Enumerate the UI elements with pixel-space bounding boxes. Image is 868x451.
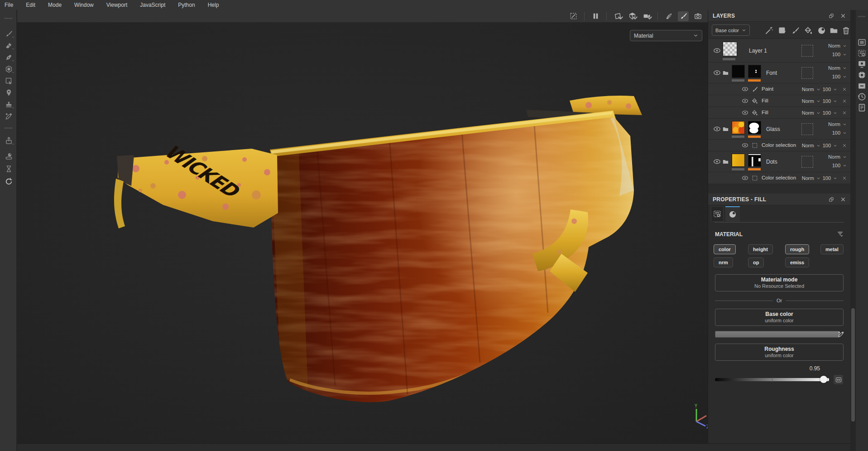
fill-tool-button[interactable]: [3, 52, 14, 63]
blend-mode-dropdown[interactable]: Norm: [817, 120, 847, 129]
base-color-swatch[interactable]: [715, 331, 840, 338]
menu-file[interactable]: File: [0, 0, 19, 10]
select-tool-button[interactable]: [3, 75, 14, 86]
wand-icon[interactable]: [765, 26, 773, 35]
mask-thumbnail[interactable]: [748, 154, 761, 167]
layer-mask-slot[interactable]: [801, 156, 813, 168]
roughness-slider-handle[interactable]: [820, 376, 827, 383]
export-button[interactable]: [3, 135, 14, 146]
layer-mask-slot[interactable]: [801, 123, 813, 135]
screenshot-icon[interactable]: [692, 11, 703, 21]
material-mode-button[interactable]: Material mode No Resource Selected: [715, 274, 844, 291]
delete-sublayer-icon[interactable]: [842, 176, 847, 180]
channel-rough-button[interactable]: rough: [785, 244, 809, 254]
layer-name[interactable]: Fill: [762, 98, 768, 103]
sync-button[interactable]: [3, 176, 14, 187]
opacity-dropdown[interactable]: 100: [823, 143, 831, 148]
blend-mode-dropdown[interactable]: Norm: [802, 110, 814, 116]
layer-thumbnail[interactable]: [732, 154, 745, 167]
roughness-slider[interactable]: [715, 378, 829, 381]
picker-tool-button[interactable]: [3, 111, 14, 121]
layer-mask-slot[interactable]: [801, 67, 813, 79]
opacity-dropdown[interactable]: 100: [823, 110, 831, 116]
filter-menu-icon[interactable]: [837, 230, 844, 237]
layer-row-fill-1[interactable]: Fill Norm 100: [708, 95, 850, 107]
blend-mode-dropdown[interactable]: Norm: [802, 98, 814, 104]
layer-name[interactable]: Color selection: [762, 175, 796, 180]
roughness-button[interactable]: Roughness uniform color: [715, 344, 844, 361]
stamp-tool-button[interactable]: [3, 99, 14, 110]
decal-tool-button[interactable]: [3, 63, 14, 74]
blend-mode-dropdown[interactable]: Norm: [802, 87, 814, 92]
new-paint-layer-icon[interactable]: [791, 26, 800, 35]
new-material-icon[interactable]: [817, 26, 826, 35]
layer-row-layer1[interactable]: Layer 1 Norm 100: [708, 39, 850, 63]
properties-tab-icon[interactable]: [858, 49, 866, 58]
opacity-dropdown[interactable]: 100: [823, 175, 831, 181]
menu-edit[interactable]: Edit: [19, 0, 42, 10]
delete-layer-icon[interactable]: [842, 26, 850, 35]
replace-layer-icon[interactable]: [778, 26, 786, 35]
toolbar-section-handle-icon[interactable]: [4, 127, 13, 129]
menu-python[interactable]: Python: [172, 0, 201, 10]
strip-drag-handle-icon[interactable]: [858, 15, 866, 18]
opacity-dropdown[interactable]: 100: [817, 50, 847, 59]
mask-thumbnail[interactable]: [748, 121, 761, 134]
menu-javascript[interactable]: JavaScript: [134, 0, 172, 10]
layer-mask-slot[interactable]: [801, 45, 813, 57]
layer-row-dots[interactable]: Dots Norm 100: [708, 151, 850, 172]
eraser-tool-button[interactable]: [3, 40, 14, 51]
channel-color-button[interactable]: color: [714, 244, 736, 254]
new-folder-icon[interactable]: [830, 26, 838, 35]
visibility-eye-icon[interactable]: [742, 109, 748, 116]
brush-tool-button[interactable]: [3, 28, 14, 39]
layer-name[interactable]: Color selection: [762, 142, 796, 148]
layer-name[interactable]: Fill: [762, 110, 768, 115]
visibility-eye-icon[interactable]: [742, 175, 748, 181]
opacity-dropdown[interactable]: 100: [817, 161, 847, 170]
restore-window-icon[interactable]: [829, 13, 834, 19]
layer-row-color-selection-2[interactable]: Color selection Norm 100: [708, 172, 850, 184]
layer-name[interactable]: Layer 1: [749, 48, 767, 54]
layer-name[interactable]: Font: [766, 70, 777, 76]
notes-tab-icon[interactable]: [858, 103, 866, 112]
clone-tool-button[interactable]: [3, 87, 14, 98]
axis-gizmo[interactable]: Y X Z: [688, 403, 708, 429]
layer-name[interactable]: Glass: [766, 126, 780, 132]
folder-icon[interactable]: [722, 126, 729, 132]
layer-thumbnail[interactable]: [723, 42, 737, 56]
folder-icon[interactable]: [722, 70, 729, 76]
plane-view-icon[interactable]: [612, 11, 623, 21]
layer-row-fill-2[interactable]: Fill Norm 100: [708, 107, 850, 119]
scrollbar-thumb[interactable]: [851, 308, 855, 422]
menu-window[interactable]: Window: [68, 0, 100, 10]
blend-mode-dropdown[interactable]: Norm: [802, 175, 814, 181]
camera-view-icon[interactable]: [641, 11, 652, 21]
visibility-eye-icon[interactable]: [713, 69, 721, 77]
assets-tab-icon[interactable]: [858, 82, 866, 90]
deselect-icon[interactable]: [568, 11, 579, 21]
layer-row-color-selection-1[interactable]: Color selection Norm 100: [708, 140, 850, 151]
viewport-settings-tab-icon[interactable]: [858, 60, 866, 68]
hourglass-button[interactable]: [3, 163, 14, 174]
delete-sublayer-icon[interactable]: [842, 111, 847, 115]
cube-view-icon[interactable]: [627, 11, 638, 21]
channel-emiss-button[interactable]: emiss: [785, 257, 809, 267]
channel-op-button[interactable]: op: [748, 257, 764, 267]
tab-material[interactable]: [725, 206, 740, 222]
visibility-eye-icon[interactable]: [713, 47, 721, 54]
visibility-eye-icon[interactable]: [742, 97, 748, 104]
visibility-eye-icon[interactable]: [713, 125, 721, 133]
channel-nrm-button[interactable]: nrm: [714, 257, 733, 267]
channel-height-button[interactable]: height: [748, 244, 773, 254]
blend-mode-dropdown[interactable]: Norm: [817, 64, 847, 73]
layer-thumbnail[interactable]: [732, 121, 745, 134]
layer-row-font[interactable]: Font Norm 100: [708, 63, 850, 83]
layer-row-paint[interactable]: Paint Norm 100: [708, 83, 850, 95]
blend-mode-dropdown[interactable]: Norm: [802, 143, 814, 148]
mask-thumbnail[interactable]: [748, 65, 761, 78]
delete-sublayer-icon[interactable]: [842, 99, 847, 103]
toolbar-drag-handle-icon[interactable]: [4, 17, 13, 19]
close-icon[interactable]: [840, 197, 846, 202]
opacity-dropdown[interactable]: 100: [823, 98, 831, 104]
